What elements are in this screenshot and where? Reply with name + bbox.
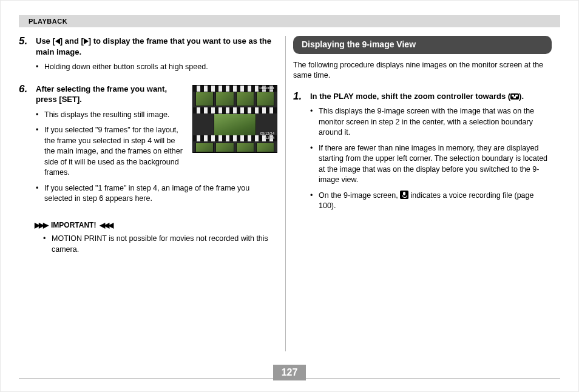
arrows-back-icon: ◀◀◀ [100, 220, 112, 231]
step-5: 5. Use [] and [] to display the frame th… [19, 36, 277, 78]
content-columns: 5. Use [] and [] to display the frame th… [19, 36, 560, 351]
step-text: After selecting the frame you want, pres… [36, 84, 184, 183]
step-heading: In the PLAY mode, shift the zoom control… [310, 91, 552, 102]
left-column: 5. Use [] and [] to display the frame th… [19, 36, 280, 351]
step-heading: After selecting the frame you want, pres… [36, 84, 184, 105]
important-heading: ▶▶▶ IMPORTANT! ◀◀◀ [35, 220, 277, 231]
section-label: PLAYBACK [29, 18, 67, 25]
arrows-forward-icon: ▶▶▶ [35, 220, 47, 231]
page: PLAYBACK 5. Use [] and [] to display the… [0, 0, 579, 392]
step-body: Use [] and [] to display the frame that … [36, 36, 277, 78]
step-bullets: This displays the resulting still image.… [36, 110, 184, 178]
triangle-left-icon [55, 38, 60, 44]
bullet-item: If there are fewer than nine images in m… [310, 143, 552, 186]
header-bar: PLAYBACK [19, 15, 560, 27]
step-number: 5. [19, 36, 31, 78]
bullet-item: On the 9-image screen, indicates a voice… [310, 191, 552, 212]
important-item: MOTION PRINT is not possible for movies … [43, 234, 277, 255]
bullet-item: Holding down either button scrolls at hi… [36, 62, 277, 73]
right-column: Displaying the 9-image View The followin… [291, 36, 552, 351]
step-with-thumbnail: After selecting the frame you want, pres… [36, 84, 277, 183]
section-intro: The following procedure displays nine im… [293, 60, 552, 81]
important-body: MOTION PRINT is not possible for movies … [43, 234, 277, 255]
step-6: 6. After selecting the frame you want, p… [19, 84, 277, 209]
bullet-item: If you selected "9 frames" for the layou… [36, 125, 184, 178]
zoom-grid-icon [510, 93, 519, 100]
thumb-datetime: 05/12/24 12:38 [260, 132, 274, 140]
bullet-item: This displays the 9-image screen with th… [310, 106, 552, 138]
page-number: 127 [273, 365, 306, 380]
step-heading: Use [] and [] to display the frame that … [36, 36, 277, 57]
triangle-right-icon [84, 38, 89, 44]
step-bullets: Holding down either button scrolls at hi… [36, 62, 277, 73]
step-body: After selecting the frame you want, pres… [36, 84, 277, 209]
bullet-item: This displays the resulting still image. [36, 110, 184, 121]
step-number: 1. [293, 91, 305, 217]
microphone-icon [400, 191, 408, 199]
bullet-item: If you selected "1 frame" in step 4, an … [36, 183, 277, 204]
column-divider [280, 36, 291, 351]
important-label: IMPORTANT! [51, 220, 96, 231]
step-number: 6. [19, 84, 31, 209]
step-body: In the PLAY mode, shift the zoom control… [310, 91, 552, 217]
page-footer: 127 [19, 365, 560, 380]
section-heading: Displaying the 9-image View [293, 36, 552, 54]
step-bullets: If you selected "1 frame" in step 4, an … [36, 183, 277, 204]
motion-print-preview-image: 100-0001 05/12/24 12:38 [192, 85, 277, 153]
step-1: 1. In the PLAY mode, shift the zoom cont… [293, 91, 552, 217]
thumb-file-id: 100-0001 [258, 86, 276, 90]
step-bullets: This displays the 9-image screen with th… [310, 106, 552, 212]
